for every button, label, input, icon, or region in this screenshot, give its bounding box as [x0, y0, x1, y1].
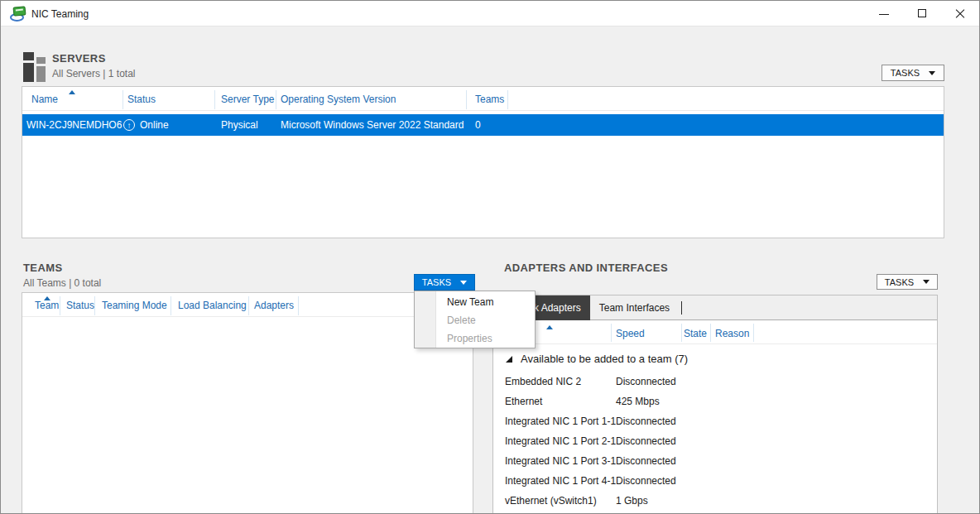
adapter-row[interactable]: Ethernet 425 Mbps [493, 392, 937, 411]
servers-tasks-label: TASKS [891, 68, 920, 78]
teams-col-team[interactable]: Team [35, 300, 59, 311]
column-divider [122, 90, 123, 109]
teams-tasks-button[interactable]: TASKS [414, 274, 475, 291]
adapter-name: Integrated NIC 1 Port 2-1 [505, 431, 616, 451]
chevron-down-icon [929, 71, 935, 75]
menu-item-delete[interactable]: Delete [437, 311, 534, 329]
server-os-version: Microsoft Windows Server 2022 Standard [281, 114, 464, 136]
teams-col-load-balancing[interactable]: Load Balancing [178, 300, 247, 311]
servers-col-teams[interactable]: Teams [475, 94, 504, 105]
servers-col-status[interactable]: Status [127, 94, 156, 105]
column-divider [753, 324, 754, 342]
teams-col-adapters[interactable]: Adapters [254, 300, 294, 311]
server-name: WIN-2CJ9NEMDHO6 [26, 114, 122, 136]
teams-section-subtitle: All Teams | 0 total [23, 277, 101, 289]
adapter-row[interactable]: Integrated NIC 1 Port 3-1 Disconnected [493, 451, 937, 471]
menu-item-properties[interactable]: Properties [437, 329, 534, 348]
column-divider [681, 324, 682, 342]
adapter-row[interactable]: Integrated NIC 1 Port 1-1 Disconnected [493, 411, 937, 431]
maximize-button[interactable] [903, 1, 941, 26]
servers-col-os-version[interactable]: Operating System Version [281, 94, 396, 105]
column-divider [60, 296, 60, 315]
server-teams-count: 0 [475, 114, 481, 136]
teams-section-title: TEAMS [23, 262, 63, 274]
adapters-panel: Network Adapters Team Interfaces Speed S… [492, 295, 938, 514]
column-divider [248, 296, 249, 315]
teams-table-header: Team Status Teaming Mode Load Balancing … [22, 293, 473, 317]
adapter-speed: Disconnected [616, 431, 676, 451]
column-divider [507, 90, 508, 109]
menu-item-new-team[interactable]: New Team [437, 293, 534, 311]
titlebar[interactable]: NIC Teaming [1, 1, 979, 26]
adapter-speed: Disconnected [616, 451, 676, 471]
servers-section-title: SERVERS [52, 52, 106, 65]
window-title: NIC Teaming [31, 8, 89, 20]
maximize-icon [918, 9, 926, 17]
adapters-group-header[interactable]: Available to be added to a team (7) [493, 348, 937, 370]
servers-table-header: Name Status Server Type Operating System… [22, 87, 944, 111]
chevron-down-icon [460, 281, 467, 285]
minimize-button[interactable] [865, 1, 903, 26]
servers-table: Name Status Server Type Operating System… [22, 86, 944, 238]
teams-table: Team Status Teaming Mode Load Balancing … [22, 292, 473, 514]
nic-teaming-window: NIC Teaming SERVERS All Servers | 1 tota… [0, 0, 980, 514]
nic-teaming-app-icon [10, 6, 28, 22]
adapter-row[interactable]: Integrated NIC 1 Port 4-1 Disconnected [493, 471, 937, 491]
adapters-table-header: Speed State Reason [493, 321, 937, 344]
adapters-col-speed[interactable]: Speed [616, 328, 645, 339]
adapter-speed: 425 Mbps [616, 392, 660, 411]
teams-tasks-menu: New Team Delete Properties [414, 291, 536, 348]
servers-section-subtitle: All Servers | 1 total [52, 68, 136, 79]
tab-divider [681, 301, 682, 315]
close-button[interactable] [941, 1, 979, 26]
adapter-speed: Disconnected [616, 411, 676, 431]
adapters-tasks-label: TASKS [885, 277, 914, 287]
network-card-icon [12, 6, 26, 17]
adapter-name: Integrated NIC 1 Port 3-1 [505, 451, 616, 471]
adapter-name: Integrated NIC 1 Port 4-1 [505, 471, 616, 491]
column-divider [466, 90, 467, 109]
adapter-name: Integrated NIC 1 Port 1-1 [505, 411, 616, 431]
adapters-col-reason[interactable]: Reason [715, 328, 749, 339]
group-expanded-icon [506, 356, 512, 363]
chevron-down-icon [923, 280, 930, 284]
adapter-row[interactable]: Integrated NIC 1 Port 2-1 Disconnected [493, 431, 937, 451]
column-divider [276, 90, 276, 109]
column-divider [611, 324, 612, 342]
adapters-tabstrip: Network Adapters Team Interfaces [493, 295, 937, 320]
minimize-icon [879, 14, 889, 15]
servers-col-name[interactable]: Name [31, 94, 58, 105]
column-divider [214, 90, 215, 109]
teams-col-teaming-mode[interactable]: Teaming Mode [102, 300, 167, 311]
column-divider [171, 296, 171, 315]
teams-tasks-label: TASKS [422, 277, 451, 287]
servers-icon [23, 52, 48, 82]
sort-ascending-icon [546, 325, 553, 329]
window-controls [865, 1, 979, 26]
column-divider [298, 296, 299, 315]
group-label: Available to be added to a team (7) [521, 353, 688, 365]
servers-col-server-type[interactable]: Server Type [221, 94, 274, 105]
adapters-section-title: ADAPTERS AND INTERFACES [504, 262, 668, 274]
adapter-name: vEthernet (vSwitch1) [505, 491, 597, 511]
servers-tasks-button[interactable]: TASKS [882, 65, 944, 81]
teams-col-status[interactable]: Status [66, 300, 94, 311]
server-type: Physical [221, 114, 258, 136]
menu-icon-gutter [415, 291, 436, 348]
adapter-speed: Disconnected [616, 471, 676, 491]
column-divider [710, 324, 711, 342]
adapter-name: Embedded NIC 2 [505, 372, 581, 392]
adapters-col-state[interactable]: State [684, 328, 707, 339]
adapter-speed: Disconnected [616, 372, 676, 392]
tab-team-interfaces[interactable]: Team Interfaces [590, 295, 679, 320]
adapter-speed: 1 Gbps [616, 491, 648, 511]
column-divider [94, 296, 95, 315]
adapters-tasks-button[interactable]: TASKS [877, 274, 938, 290]
adapter-name: Ethernet [505, 392, 542, 411]
adapter-row[interactable]: vEthernet (vSwitch1) 1 Gbps [493, 491, 937, 511]
online-up-arrow-icon: ↑ [123, 119, 135, 131]
server-row-selected[interactable]: WIN-2CJ9NEMDHO6 ↑ Online Physical Micros… [22, 114, 944, 136]
server-status: Online [140, 114, 169, 136]
adapter-row[interactable]: Embedded NIC 2 Disconnected [493, 372, 937, 392]
sort-ascending-icon [69, 90, 75, 94]
